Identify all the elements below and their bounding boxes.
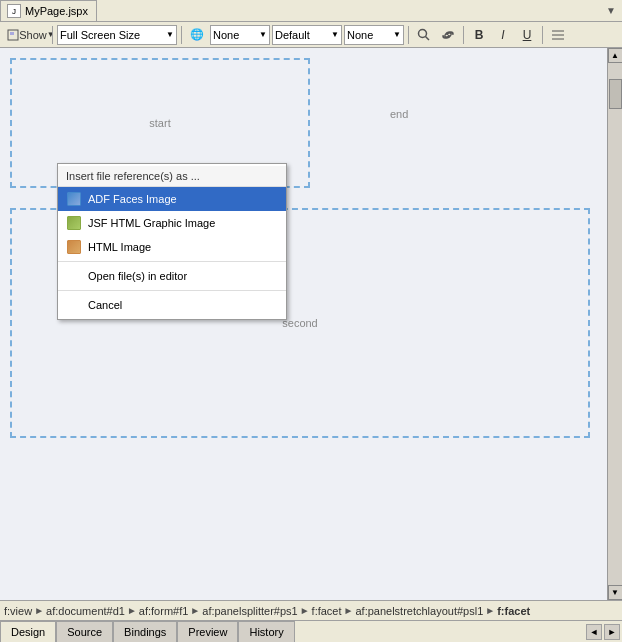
scroll-btn[interactable]: ▼ <box>603 3 619 19</box>
status-fview: f:view <box>4 605 32 617</box>
menu-item-open[interactable]: Open file(s) in editor <box>58 264 286 288</box>
svg-point-2 <box>419 29 427 37</box>
html-icon <box>66 239 82 255</box>
underline-btn[interactable]: U <box>516 24 538 46</box>
menu-separator-1 <box>58 261 286 262</box>
toolbar-group-show: Show ▼ <box>3 24 48 46</box>
search-btn[interactable] <box>413 24 435 46</box>
start-label: start <box>149 117 170 129</box>
tab-bindings[interactable]: Bindings <box>113 621 177 642</box>
separator-5 <box>542 26 543 44</box>
menu-item-cancel[interactable]: Cancel <box>58 293 286 317</box>
bottom-tabs: Design Source Bindings Preview History ◄… <box>0 620 622 642</box>
menu-item-jsf-label: JSF HTML Graphic Image <box>88 217 215 229</box>
menu-item-jsf[interactable]: JSF HTML Graphic Image <box>58 211 286 235</box>
context-menu-header: Insert file reference(s) as ... <box>58 166 286 187</box>
editor-canvas[interactable]: start end Insert file reference(s) as ..… <box>0 48 607 600</box>
toolbar-show-btn[interactable]: Show ▼ <box>26 24 48 46</box>
tab-preview[interactable]: Preview <box>177 621 238 642</box>
tab-history-label: History <box>249 626 283 638</box>
status-facet: f:facet <box>312 605 342 617</box>
list-btn[interactable] <box>547 24 569 46</box>
menu-separator-2 <box>58 290 286 291</box>
menu-item-adf[interactable]: ADF Faces Image <box>58 187 286 211</box>
arrow-2: ► <box>127 605 137 616</box>
status-document: af:document#d1 <box>46 605 125 617</box>
menu-item-open-label: Open file(s) in editor <box>88 270 187 282</box>
arrow-1: ► <box>34 605 44 616</box>
status-facet-text: f:facet <box>312 605 342 617</box>
scrollbar-v[interactable]: ▲ ▼ <box>607 48 622 600</box>
globe-icon: 🌐 <box>190 28 204 41</box>
status-form: af:form#f1 <box>139 605 189 617</box>
status-bar: f:view ► af:document#d1 ► af:form#f1 ► a… <box>0 600 622 620</box>
menu-item-cancel-label: Cancel <box>88 299 122 311</box>
arrow-5: ► <box>344 605 354 616</box>
arrow-4: ► <box>300 605 310 616</box>
none-dropdown-1[interactable]: None ▼ <box>210 25 270 45</box>
none-label-2: None <box>347 29 373 41</box>
title-bar-right: ▼ <box>603 0 622 21</box>
separator-1 <box>52 26 53 44</box>
bottom-tabs-nav: ◄ ► <box>584 621 622 642</box>
toolbar: Show ▼ Full Screen Size ▼ 🌐 None ▼ Defau… <box>0 22 622 48</box>
separator-4 <box>463 26 464 44</box>
status-splitter: af:panelsplitter#ps1 <box>202 605 297 617</box>
bold-btn[interactable]: B <box>468 24 490 46</box>
menu-item-adf-label: ADF Faces Image <box>88 193 177 205</box>
status-form-text: af:form#f1 <box>139 605 189 617</box>
arrow-3: ► <box>190 605 200 616</box>
title-tab[interactable]: J MyPage.jspx <box>0 0 97 21</box>
screen-size-label: Full Screen Size <box>60 29 140 41</box>
italic-btn[interactable]: I <box>492 24 514 46</box>
svg-rect-1 <box>10 32 14 35</box>
svg-line-3 <box>426 36 430 40</box>
second-label: second <box>282 317 317 329</box>
separator-3 <box>408 26 409 44</box>
editor-area: start end Insert file reference(s) as ..… <box>0 48 622 600</box>
status-psl-text: af:panelstretchlayout#psl1 <box>355 605 483 617</box>
separator-2 <box>181 26 182 44</box>
status-psl: af:panelstretchlayout#psl1 <box>355 605 483 617</box>
tab-source-label: Source <box>67 626 102 638</box>
open-icon <box>66 268 82 284</box>
tab-scroll-left[interactable]: ◄ <box>586 624 602 640</box>
none-dropdown-2[interactable]: None ▼ <box>344 25 404 45</box>
status-splitter-text: af:panelsplitter#ps1 <box>202 605 297 617</box>
adf-icon <box>66 191 82 207</box>
none-arrow-2: ▼ <box>393 30 401 39</box>
status-last-facet: f:facet <box>497 605 530 617</box>
scroll-up-btn[interactable]: ▲ <box>608 48 623 63</box>
scroll-down-btn[interactable]: ▼ <box>608 585 623 600</box>
tab-history[interactable]: History <box>238 621 294 642</box>
underline-label: U <box>523 28 532 42</box>
default-arrow: ▼ <box>331 30 339 39</box>
tab-design[interactable]: Design <box>0 621 56 642</box>
title-bar: J MyPage.jspx ▼ <box>0 0 622 22</box>
default-label: Default <box>275 29 310 41</box>
scroll-thumb[interactable] <box>609 79 622 109</box>
chain-btn[interactable] <box>437 24 459 46</box>
tab-design-label: Design <box>11 626 45 638</box>
menu-item-html[interactable]: HTML Image <box>58 235 286 259</box>
tab-source[interactable]: Source <box>56 621 113 642</box>
default-dropdown[interactable]: Default ▼ <box>272 25 342 45</box>
status-last-facet-text: f:facet <box>497 605 530 617</box>
menu-item-html-label: HTML Image <box>88 241 151 253</box>
context-menu: Insert file reference(s) as ... ADF Face… <box>57 163 287 320</box>
jsf-icon <box>66 215 82 231</box>
italic-label: I <box>501 28 504 42</box>
editor-inner: start end Insert file reference(s) as ..… <box>0 48 607 548</box>
tab-scroll-right[interactable]: ► <box>604 624 620 640</box>
tab-preview-label: Preview <box>188 626 227 638</box>
screen-size-dropdown[interactable]: Full Screen Size ▼ <box>57 25 177 45</box>
tab-bindings-label: Bindings <box>124 626 166 638</box>
none-label-1: None <box>213 29 239 41</box>
file-icon: J <box>7 4 21 18</box>
globe-btn[interactable]: 🌐 <box>186 24 208 46</box>
show-label: Show <box>19 29 47 41</box>
status-fview-text: f:view <box>4 605 32 617</box>
toolbar-group-screen: Full Screen Size ▼ <box>57 25 177 45</box>
cancel-icon <box>66 297 82 313</box>
title-tab-label: MyPage.jspx <box>25 5 88 17</box>
